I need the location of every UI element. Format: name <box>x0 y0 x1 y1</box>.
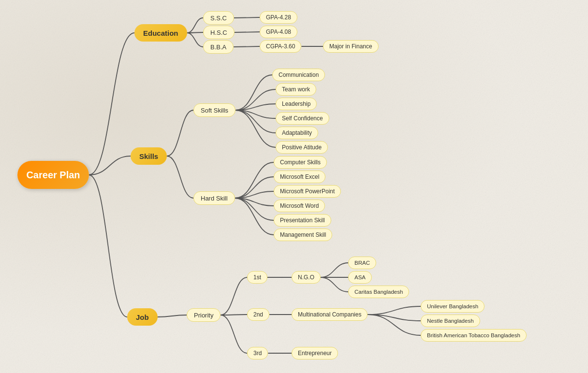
root-node: Career Plan <box>17 161 89 189</box>
self-confidence-node: Self Confidence <box>276 112 329 125</box>
second-node: 2nd <box>247 308 269 321</box>
adaptability-node: Adaptability <box>276 127 318 139</box>
skills-node: Skills <box>131 147 167 165</box>
management-skill-node: Management Skill <box>274 229 332 241</box>
hard-skill-node: Hard Skill <box>193 191 235 205</box>
bba-node: B.B.A <box>203 40 234 54</box>
entrepreneur-node: Entrepreneur <box>292 347 338 359</box>
bba-cgpa-node: CGPA-3.60 <box>260 40 301 53</box>
hsc-gpa-node: GPA-4.08 <box>260 26 297 38</box>
ssc-node: S.S.C <box>203 11 234 25</box>
asa-node: ASA <box>348 271 372 284</box>
major-finance-node: Major in Finance <box>323 40 379 53</box>
hsc-node: H.S.C <box>203 26 235 39</box>
brac-node: BRAC <box>348 257 376 269</box>
first-node: 1st <box>247 271 267 284</box>
job-node: Job <box>127 308 158 326</box>
ms-word-node: Microsoft Word <box>274 200 325 212</box>
caritas-node: Caritas Bangladesh <box>348 286 409 298</box>
positive-attitude-node: Positive Atitude <box>276 141 328 154</box>
ms-powerpoint-node: Microsoft PowerPoint <box>274 185 341 198</box>
bat-node: British American Tobacco Bangladesh <box>421 329 527 342</box>
ms-excel-node: Microsoft Excel <box>274 171 325 183</box>
svg-line-0 <box>234 17 260 18</box>
presentation-skill-node: Presentation Skill <box>274 214 331 227</box>
education-node: Education <box>134 24 187 42</box>
multinational-node: Multinational Companies <box>292 308 368 321</box>
third-node: 3rd <box>247 347 268 359</box>
leadership-node: Leadership <box>276 98 317 110</box>
ngo-node: N.G.O <box>292 271 321 284</box>
priority-node: Priority <box>187 308 220 322</box>
svg-line-1 <box>235 32 260 32</box>
unilever-node: Unilever Bangladesh <box>421 300 485 313</box>
ssc-gpa-node: GPA-4.28 <box>260 11 297 24</box>
svg-line-2 <box>234 46 260 47</box>
nestle-node: Nestle Bangladesh <box>421 315 480 327</box>
soft-skills-node: Soft Skills <box>193 103 235 117</box>
communication-node: Communication <box>272 69 325 81</box>
computer-skills-node: Computer Skills <box>274 156 327 169</box>
teamwork-node: Team work <box>276 83 316 96</box>
